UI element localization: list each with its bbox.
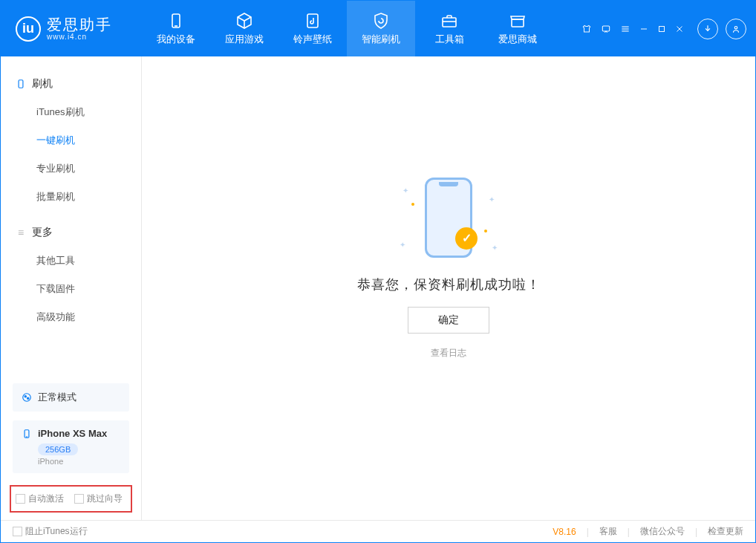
maximize-icon[interactable] [657,25,666,33]
feedback-icon[interactable] [601,24,611,34]
logo-title: 爱思助手 [47,16,112,33]
footer-link-update[interactable]: 检查更新 [708,525,743,538]
device-name-row: iPhone XS Max [22,428,120,439]
nav-label: 我的设备 [157,33,195,46]
nav-tab-apps-games[interactable]: 应用游戏 [210,1,278,56]
divider: | [628,527,630,537]
section-label: 刷机 [32,77,53,91]
nav-tab-smart-flash[interactable]: 智能刷机 [347,1,415,56]
content-area: ✦ ✦ ✦ ✦ ✓ 恭喜您，保资料刷机成功啦！ 确定 查看日志 [142,56,755,520]
menu-icon[interactable] [620,24,630,34]
mode-label: 正常模式 [38,391,76,404]
header-bar: iu 爱思助手 www.i4.cn 我的设备 应用游戏 铃声壁纸 智能刷机 工具… [1,1,755,56]
nav-label: 爱思商城 [498,33,537,46]
shirt-icon[interactable] [581,24,592,34]
device-box[interactable]: iPhone XS Max 256GB iPhone [13,420,129,473]
checkbox-box [16,494,25,504]
footer-bar: 阻止iTunes运行 V8.16 | 客服 | 微信公众号 | 检查更新 [1,520,755,542]
logo-icon: iu [16,16,41,42]
list-icon: ≡ [16,227,26,238]
logo-sub: www.i4.cn [47,33,112,41]
main-area: 刷机 iTunes刷机 一键刷机 专业刷机 批量刷机 ≡ 更多 其他工具 下载固… [1,56,755,520]
device-phone-icon [22,429,32,439]
music-file-icon [304,12,322,30]
version-label: V8.16 [553,527,576,537]
sidebar-section-flash: 刷机 [1,70,141,98]
sidebar-section-more: ≡ 更多 [1,218,141,247]
sidebar-item-advanced[interactable]: 高级功能 [1,303,141,331]
nav-label: 应用游戏 [225,33,264,46]
sidebar-item-batch-flash[interactable]: 批量刷机 [1,183,141,211]
cube-icon [235,12,253,30]
phone-icon [16,79,26,89]
device-type: iPhone [38,457,120,466]
shield-refresh-icon [372,12,390,30]
checkbox-box [13,527,22,536]
divider: | [587,527,589,537]
section-label: 更多 [32,226,53,239]
sidebar-item-pro-flash[interactable]: 专业刷机 [1,155,141,183]
download-button[interactable] [697,19,718,39]
nav-label: 铃声壁纸 [293,33,332,46]
sparkle-icon: ✦ [403,186,408,195]
ok-button[interactable]: 确定 [408,307,489,334]
svg-rect-4 [443,18,456,27]
sparkle-icon: ✦ [489,195,495,204]
sidebar-item-itunes-flash[interactable]: iTunes刷机 [1,98,141,126]
logo-block[interactable]: iu 爱思助手 www.i4.cn [16,16,142,42]
nav-tab-ringtone-wallpaper[interactable]: 铃声壁纸 [278,1,347,56]
nav-tab-store[interactable]: 爱思商城 [483,1,552,56]
nav-tabs: 我的设备 应用游戏 铃声壁纸 智能刷机 工具箱 爱思商城 [142,1,552,56]
sidebar: 刷机 iTunes刷机 一键刷机 专业刷机 批量刷机 ≡ 更多 其他工具 下载固… [1,56,142,520]
svg-rect-16 [19,80,23,88]
device-name: iPhone XS Max [38,428,107,439]
footer-link-support[interactable]: 客服 [599,525,617,538]
nav-label: 智能刷机 [362,33,400,46]
device-icon [167,12,185,30]
svg-point-18 [25,396,26,397]
sidebar-item-other-tools[interactable]: 其他工具 [1,247,141,275]
nav-tab-toolbox[interactable]: 工具箱 [415,1,483,56]
svg-rect-11 [659,26,665,31]
mode-icon [22,392,32,403]
logo-text: 爱思助手 www.i4.cn [47,16,112,41]
close-icon[interactable] [675,25,684,33]
footer-link-wechat[interactable]: 微信公众号 [640,525,685,538]
svg-rect-3 [307,14,318,27]
footer-right: V8.16 | 客服 | 微信公众号 | 检查更新 [553,525,743,538]
checkbox-label: 自动激活 [28,492,64,505]
storage-badge: 256GB [38,443,78,455]
sparkle-icon: ✦ [400,241,405,249]
svg-rect-6 [602,25,609,30]
sidebar-item-download-firmware[interactable]: 下载固件 [1,275,141,303]
svg-point-15 [734,26,737,29]
mode-box[interactable]: 正常模式 [13,383,129,412]
store-icon [509,12,527,30]
minimize-icon[interactable] [639,25,648,33]
nav-tab-my-device[interactable]: 我的设备 [142,1,210,56]
dot-icon [484,230,487,233]
phone-notch [439,182,458,186]
header-right [581,19,746,39]
sparkle-icon: ✦ [492,244,498,252]
checkbox-box [74,494,84,504]
svg-rect-5 [512,19,524,27]
toolbox-icon [440,12,458,30]
svg-point-17 [23,394,31,402]
window-controls [581,24,684,34]
checkbox-label: 阻止iTunes运行 [25,525,88,538]
check-badge-icon: ✓ [455,227,478,250]
user-button[interactable] [726,19,746,39]
view-log-link[interactable]: 查看日志 [431,347,466,360]
svg-point-19 [27,397,29,399]
checkbox-skip-guide[interactable]: 跳过向导 [74,492,123,505]
divider: | [695,527,697,537]
dot-icon [411,203,414,206]
sidebar-item-oneclick-flash[interactable]: 一键刷机 [1,126,141,155]
checkbox-label: 跳过向导 [87,492,123,505]
checkbox-row-highlighted: 自动激活 跳过向导 [10,485,132,513]
checkbox-block-itunes[interactable]: 阻止iTunes运行 [13,525,88,538]
checkbox-auto-activate[interactable]: 自动激活 [16,492,64,505]
nav-label: 工具箱 [435,33,464,46]
success-message: 恭喜您，保资料刷机成功啦！ [357,276,541,293]
